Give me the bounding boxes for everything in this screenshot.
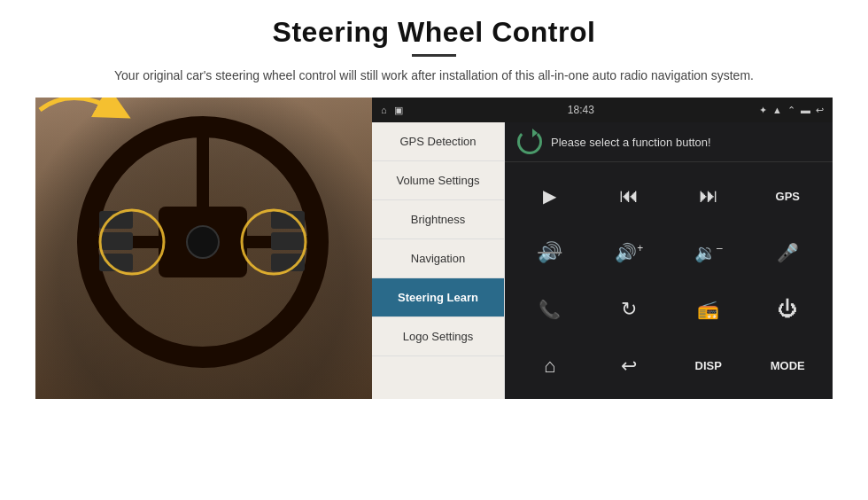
func-gps-btn[interactable]: GPS (750, 169, 826, 223)
mic-icon: 🎤 (777, 242, 799, 263)
status-bar-right: ✦ ▲ ⌃ ▬ ↩ (759, 105, 824, 116)
menu-item-steering-learn[interactable]: Steering Learn (372, 278, 504, 317)
title-divider (412, 54, 456, 57)
function-grid: ▶ ⏮ ⏭ GPS 🔊 (505, 162, 833, 399)
menu-item-volume-settings[interactable]: Volume Settings (372, 161, 504, 200)
head-unit-content: GPS DetectionVolume SettingsBrightnessNa… (372, 122, 833, 399)
func-next-btn[interactable]: ⏭ (670, 169, 747, 223)
status-bar: ⌂ ▣ 18:43 ✦ ▲ ⌃ ▬ ↩ (372, 98, 833, 122)
refresh-icon (517, 129, 542, 154)
bluetooth-icon: ✦ (759, 105, 767, 116)
page-description: Your original car's steering wheel contr… (114, 66, 754, 85)
func-radio-btn[interactable]: 📻 (670, 283, 747, 336)
func-mode-btn[interactable]: MODE (750, 340, 826, 393)
status-bar-left: ⌂ ▣ (381, 105, 403, 116)
arrow-indicator (35, 98, 368, 383)
play-icon: ▶ (543, 185, 556, 207)
func-home-btn[interactable]: ⌂ (512, 340, 588, 393)
menu-item-gps-detection[interactable]: GPS Detection (372, 122, 504, 161)
menu-sidebar: GPS DetectionVolume SettingsBrightnessNa… (372, 122, 505, 399)
menu-item-brightness[interactable]: Brightness (372, 200, 504, 239)
expand-icon: ⌃ (787, 105, 795, 116)
battery-icon: ▬ (801, 105, 810, 115)
steering-wheel-photo (35, 98, 372, 399)
function-header: Please select a function button! (505, 122, 833, 162)
func-play-btn[interactable]: ▶ (512, 169, 588, 223)
gps-label: GPS (776, 190, 800, 203)
home-btn-icon: ⌂ (544, 355, 555, 378)
menu-item-navigation[interactable]: Navigation (372, 239, 504, 278)
radio-icon: 📻 (697, 299, 719, 320)
menu-item-logo-settings[interactable]: Logo Settings (372, 317, 504, 356)
source-icon: ↻ (621, 298, 637, 321)
vol-up-icon: 🔊+ (615, 242, 643, 263)
prev-icon: ⏮ (619, 184, 639, 207)
wifi-icon: ▲ (772, 105, 782, 115)
func-source-btn[interactable]: ↻ (592, 283, 668, 336)
func-prev-btn[interactable]: ⏮ (592, 169, 668, 223)
func-vol-down-btn[interactable]: 🔉– (670, 226, 747, 279)
photo-icon: ▣ (394, 105, 403, 116)
func-phone-btn[interactable]: 📞 (512, 283, 588, 336)
power-icon: ⏻ (778, 298, 797, 321)
back-icon: ↩ (816, 105, 824, 116)
main-image-area: ⌂ ▣ 18:43 ✦ ▲ ⌃ ▬ ↩ GPS DetectionVolume … (35, 98, 833, 399)
function-panel: Please select a function button! ▶ ⏮ ⏭ (505, 122, 833, 399)
func-power-btn[interactable]: ⏻ (750, 283, 826, 336)
disp-label: DISP (695, 359, 722, 372)
home-icon: ⌂ (381, 105, 387, 115)
phone-icon: 📞 (539, 299, 561, 320)
status-time: 18:43 (568, 104, 594, 116)
back-btn-icon: ↩ (621, 355, 637, 378)
mode-label: MODE (771, 359, 805, 372)
func-vol-up-btn[interactable]: 🔊+ (592, 226, 668, 279)
vol-down-icon: 🔉– (694, 242, 723, 263)
head-unit: ⌂ ▣ 18:43 ✦ ▲ ⌃ ▬ ↩ GPS DetectionVolume … (372, 98, 833, 399)
function-header-text: Please select a function button! (551, 136, 711, 149)
func-back-btn[interactable]: ↩ (592, 340, 668, 393)
page-title: Steering Wheel Control (273, 16, 596, 49)
page-container: Steering Wheel Control Your original car… (0, 0, 868, 500)
func-mic-btn[interactable]: 🎤 (750, 226, 826, 279)
func-mute-btn[interactable]: 🔊 (512, 226, 588, 279)
next-icon: ⏭ (699, 184, 718, 207)
mute-icon: 🔊 (538, 241, 562, 264)
func-disp-btn[interactable]: DISP (670, 340, 747, 393)
